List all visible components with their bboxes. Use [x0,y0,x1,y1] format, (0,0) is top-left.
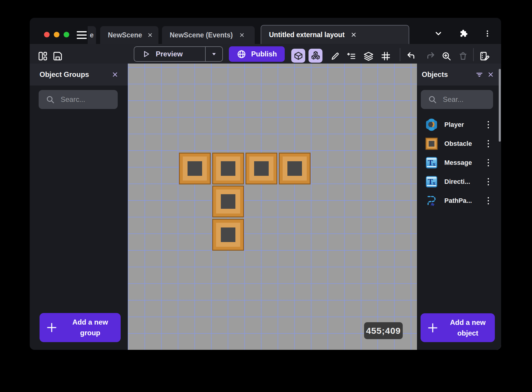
instances-list-icon[interactable] [345,50,357,62]
zoom-in-icon[interactable] [440,50,452,62]
layers-icon[interactable] [363,50,374,62]
more-menu-kebab-icon[interactable] [481,28,493,39]
tab-bar: e NewScene NewScene (Events) Untitled ex… [30,18,501,44]
player-icon [425,118,438,131]
obstacle-core [188,161,202,176]
obstacle-instance[interactable] [179,153,211,184]
close-icon[interactable] [145,30,155,40]
object-row-pathpaint[interactable]: PathPa... [417,191,501,210]
obstacle-instance[interactable] [212,186,244,217]
edit-scene-events-icon[interactable] [479,50,491,62]
add-group-button[interactable]: Add a new group [40,313,121,342]
toolbar: Preview Publish [30,44,501,64]
search-icon [428,95,437,104]
window-maximize-button[interactable] [64,32,69,37]
add-object-button[interactable]: Add a new object [421,313,495,342]
object-label: Message [444,159,484,167]
obstacle-core [287,161,302,176]
obstacle-icon [425,137,438,150]
redo-icon[interactable] [424,50,436,62]
text-object-icon: T x [425,156,438,169]
tab-label: Untitled external layout [261,31,349,39]
close-icon[interactable] [349,30,359,40]
close-icon[interactable] [109,69,121,80]
main-menu-icon[interactable] [77,31,87,39]
object-label: PathPa... [444,197,484,205]
close-icon[interactable] [485,69,496,80]
add-object-label-line1: Add a new [445,317,491,328]
obstacle-instance[interactable] [212,153,244,184]
obstacle-instance[interactable] [279,153,311,184]
object-row-message[interactable]: T x Message [417,153,501,172]
obstacle-instance[interactable] [212,219,244,251]
preview-split-button: Preview [134,46,223,62]
panels-layout-icon[interactable] [37,50,49,62]
grid-icon[interactable] [380,50,392,62]
obstacle-core [221,227,235,242]
window-close-button[interactable] [44,32,50,37]
object-label: Player [444,121,484,129]
main-area: 455;409 Object Groups Add a new grou [30,64,501,350]
divider [400,48,400,61]
search-input[interactable] [61,95,118,104]
object-groups-toggle-cubes-icon[interactable] [309,49,322,63]
obstacle-inner [249,157,273,181]
tab-newscene[interactable]: NewScene [100,26,158,44]
path-paint-icon [425,194,438,207]
tab-label: NewScene [100,31,145,39]
objects-search[interactable] [421,90,493,109]
publish-button[interactable]: Publish [229,46,285,62]
objects-header: Objects [417,64,501,86]
preview-options-arrow[interactable] [206,51,222,57]
close-icon[interactable] [237,30,247,40]
object-groups-search[interactable] [39,90,118,109]
object-label: Directi... [444,178,484,186]
tab-label: e [90,31,96,39]
object-menu-kebab-icon[interactable] [484,176,493,188]
panel-title: Object Groups [30,70,109,79]
panel-scrollbar[interactable] [499,69,501,142]
search-input[interactable] [443,95,493,104]
object-label: Obstacle [444,140,484,148]
obstacle-inner [283,157,307,181]
add-group-label-line2: group [64,328,117,338]
panel-title: Objects [417,70,474,79]
chevron-down-icon[interactable] [432,28,444,39]
obstacle-inner [183,157,207,181]
trash-icon[interactable] [457,50,469,62]
tab-untitled-external-layout[interactable]: Untitled external layout [261,25,409,44]
svg-text:x: x [433,162,435,167]
object-menu-kebab-icon[interactable] [484,157,493,169]
undo-icon[interactable] [405,50,417,62]
window-minimize-button[interactable] [54,32,59,37]
object-row-directions[interactable]: T x Directi... [417,172,501,191]
extensions-puzzle-icon[interactable] [458,28,470,39]
tab-newscene-events[interactable]: NewScene (Events) [162,26,255,44]
plus-icon [421,321,445,335]
edit-pencil-icon[interactable] [329,50,341,62]
object-menu-kebab-icon[interactable] [484,138,493,150]
save-icon[interactable] [52,50,64,62]
obstacle-core [221,161,235,176]
globe-icon [237,49,246,59]
obstacle-inner [216,157,240,181]
filter-icon[interactable] [474,69,485,80]
search-icon [46,95,55,104]
object-menu-kebab-icon[interactable] [484,119,493,131]
preview-button[interactable]: Preview [134,50,205,58]
obstacle-instance[interactable] [245,153,277,184]
obstacle-inner [216,223,240,247]
tab-label: NewScene (Events) [162,31,237,39]
svg-text:T: T [428,178,433,186]
preview-label: Preview [156,50,183,58]
object-menu-kebab-icon[interactable] [484,195,493,207]
object-row-player[interactable]: Player [417,115,501,134]
obstacle-core [221,194,235,209]
object-row-obstacle[interactable]: Obstacle [417,134,501,153]
tab-clipped[interactable]: e [88,26,96,44]
play-icon [142,50,150,58]
obstacle-inner [216,189,240,214]
app-window: e NewScene NewScene (Events) Untitled ex… [30,18,501,350]
svg-text:T: T [428,159,433,167]
objects-panel-toggle-cube-icon[interactable] [291,49,305,63]
